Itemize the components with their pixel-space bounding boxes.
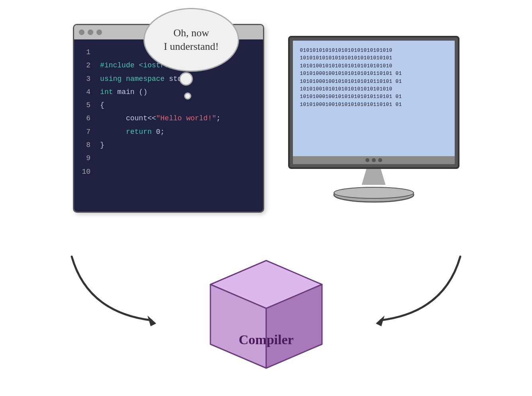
arrow-right xyxy=(357,249,468,330)
speech-bubble-text: Oh, now I understand! xyxy=(164,26,219,53)
compiler-label: Compiler xyxy=(239,332,294,347)
monitor-screen: 01010101010101010101010101010 1010101010… xyxy=(293,41,455,156)
arrow-left xyxy=(64,249,175,330)
bubble-tail-small xyxy=(184,92,191,100)
line-numbers: 12345678910 xyxy=(74,43,96,208)
monitor-bottom-bar xyxy=(293,156,455,164)
monitor-stand xyxy=(288,169,459,205)
monitor-dot-2 xyxy=(372,158,376,162)
monitor-dot-3 xyxy=(378,158,382,162)
monitor-screen-border: 01010101010101010101010101010 1010101010… xyxy=(288,36,459,169)
monitor-dot-1 xyxy=(365,158,369,162)
compiler-cube-svg: Compiler xyxy=(202,253,330,380)
compiler-cube-wrap: Compiler xyxy=(202,253,330,380)
speech-bubble: Oh, now I understand! xyxy=(143,8,239,72)
dot-yellow xyxy=(88,29,93,35)
monitor-base xyxy=(330,185,418,205)
top-section: 12345678910 #include <iostream> using na… xyxy=(0,0,532,229)
bottom-section: Compiler xyxy=(0,233,532,396)
dot-green xyxy=(96,29,102,35)
binary-text: 01010101010101010101010101010 1010101010… xyxy=(300,48,402,108)
monitor-wrap: 01010101010101010101010101010 1010101010… xyxy=(288,36,459,205)
dot-red xyxy=(79,29,84,35)
speech-bubble-wrap: Oh, now I understand! xyxy=(143,8,239,72)
monitor: 01010101010101010101010101010 1010101010… xyxy=(288,36,459,205)
svg-point-1 xyxy=(334,187,414,198)
monitor-neck xyxy=(362,169,386,185)
